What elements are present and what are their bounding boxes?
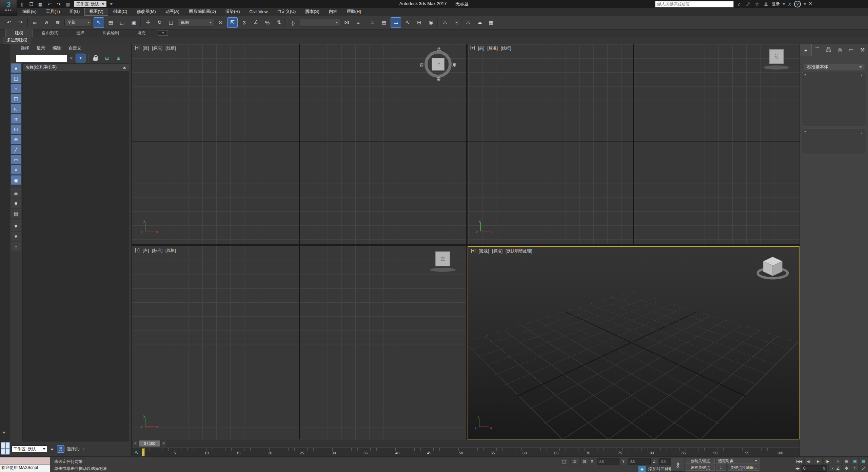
viewport-perspective-active[interactable]: [+][透视][标准][默认明暗处理] y x z	[468, 246, 800, 439]
menu-item[interactable]: 自定义(U)	[272, 8, 300, 16]
key-mode-toggle-button[interactable]: ◀▶	[795, 465, 801, 472]
zoom-button[interactable]: ⌕	[834, 458, 842, 464]
set-key-button[interactable]: 设置关键点	[686, 465, 715, 471]
viewport-label-segment[interactable]: [标准]	[492, 248, 502, 254]
listener-line[interactable]: 欢迎使用 MAXScript	[0, 465, 50, 472]
layer-manager-button[interactable]: ≣	[368, 18, 377, 27]
menu-item[interactable]: 组(G)	[65, 8, 85, 16]
align-button[interactable]: ≡	[353, 18, 363, 27]
menu-item[interactable]: 动画(A)	[160, 8, 184, 16]
signin-label[interactable]: 登录	[772, 1, 780, 7]
search-binoculars-icon[interactable]: ⌕	[736, 1, 743, 7]
menu-item[interactable]: 图形编辑器(D)	[184, 8, 221, 16]
go-start-button[interactable]: |◀◀	[795, 458, 804, 465]
viewport-layout-tabs-button[interactable]	[1, 442, 10, 455]
project-folder-icon[interactable]: ▥	[65, 1, 71, 7]
viewcube[interactable]	[754, 251, 791, 284]
next-frame-arrow[interactable]: >	[161, 440, 166, 447]
render-production-button[interactable]: ♨	[463, 18, 473, 27]
clear-search-icon[interactable]: ✕	[70, 56, 73, 61]
time-slider-handle[interactable]: 0 / 100	[139, 440, 160, 447]
material-view-icon[interactable]: ■	[11, 199, 21, 208]
reference-coordinate-dropdown[interactable]: 视图	[178, 19, 214, 26]
menu-item[interactable]: 工具(T)	[41, 8, 65, 16]
zoom-extents-button[interactable]: ▣	[851, 458, 859, 464]
material-editor-button[interactable]: ◉	[426, 18, 436, 27]
display-toggle-icon[interactable]	[11, 219, 21, 221]
tab-modify[interactable]: ⌒	[812, 44, 823, 56]
viewcube[interactable]: 北 南 西 东 上	[422, 48, 454, 80]
key-steps-button[interactable]: ∷	[716, 465, 726, 471]
display-hidden-icon[interactable]: ◉	[11, 175, 21, 185]
ribbon-toggle-button[interactable]: ▭	[391, 17, 401, 28]
favorites-icon[interactable]: ☆	[754, 1, 760, 7]
window-crossing-button[interactable]: ▣	[129, 18, 139, 27]
next-frame-button[interactable]: |▶	[823, 458, 832, 465]
display-xrefs-icon[interactable]: ⊕	[11, 135, 21, 144]
note-view-icon[interactable]: ▤	[11, 209, 21, 218]
viewport-left[interactable]: [+][左][标准][线框] 左 y x z	[132, 246, 466, 439]
minimize-icon[interactable]: —	[784, 1, 788, 6]
viewport-label-segment[interactable]: [标准]	[152, 45, 162, 51]
hierarchy-mode-button[interactable]: 品	[57, 445, 64, 453]
spinner-snap-button[interactable]: ⇅	[274, 18, 284, 27]
layer-stack-button[interactable]: ≣	[50, 446, 55, 452]
panel-expander-icon[interactable]: ▶	[3, 431, 5, 434]
select-rotate-button[interactable]: ↻	[155, 18, 164, 27]
viewport-label-segment[interactable]: [+]	[470, 45, 475, 51]
display-geometry-icon[interactable]: ●	[11, 63, 21, 73]
unlink-button[interactable]: ⌀	[41, 18, 51, 27]
bind-spacewarp-button[interactable]: ≋	[53, 18, 63, 27]
spinner-icon[interactable]: ⇅	[823, 467, 826, 470]
select-place-button[interactable]: ⇱	[227, 17, 238, 28]
schematic-view-button[interactable]: ⊟	[414, 18, 424, 27]
viewport-label-segment[interactable]: [默认明暗处理]	[506, 248, 532, 254]
polygon-modeling-panel-button[interactable]: 多边形建模	[3, 37, 31, 43]
menu-item[interactable]: 内容	[324, 8, 342, 16]
tab-create[interactable]: +	[800, 44, 812, 56]
undo-button[interactable]: ↶	[4, 18, 14, 27]
menu-item[interactable]: 脚本(S)	[300, 8, 324, 16]
named-selection-dropdown[interactable]	[300, 19, 340, 26]
prev-frame-arrow[interactable]: <	[133, 440, 138, 447]
name-color-rollout[interactable]: ⋮	[802, 129, 866, 154]
rendered-frame-button[interactable]: ⊡	[452, 18, 461, 27]
key-filters-button[interactable]: 关键点过滤器...	[728, 465, 760, 471]
communication-center-icon[interactable]: ☄	[745, 1, 751, 7]
play-button[interactable]: ▶	[814, 458, 823, 465]
ribbon-tab[interactable]: 选择	[67, 29, 94, 37]
overflow-chevrons[interactable]: »	[82, 447, 84, 451]
explorer-menu-item[interactable]: 显示	[34, 45, 48, 52]
explorer-workspace-combo[interactable]: 工作区: 默认	[12, 446, 47, 452]
primitive-category-dropdown[interactable]: 标准基本体	[804, 63, 865, 71]
expand-all-button[interactable]: ⊞	[114, 54, 123, 62]
workspace-selector[interactable]: 工作区: 默认	[74, 1, 107, 7]
close-icon[interactable]: ✕	[809, 1, 812, 6]
name-column-header[interactable]: 名称(按升序排序)	[22, 63, 129, 71]
menu-item[interactable]: 渲染(R)	[221, 8, 244, 16]
key-scope-dropdown[interactable]: 选定对象	[716, 458, 760, 464]
viewport-top[interactable]: [+][顶][标准][线框] 北 南 西 东 上 y x z	[132, 44, 466, 244]
ribbon-tab[interactable]: 对象绘制	[94, 29, 128, 37]
display-bones-icon[interactable]: ╱	[11, 145, 21, 154]
infocenter-search-input[interactable]	[655, 1, 734, 7]
tab-motion[interactable]: ◎	[834, 44, 846, 56]
auto-key-button[interactable]: 自动关键点	[686, 458, 715, 464]
explorer-menu-item[interactable]: 编辑	[50, 45, 64, 52]
mini-curve-editor-button[interactable]: ∿	[133, 449, 140, 456]
zoom-all-button[interactable]: ⊞	[843, 458, 850, 464]
select-link-button[interactable]: ∞	[30, 18, 40, 27]
menu-item[interactable]: 修改器(M)	[132, 8, 160, 16]
viewport-label-segment[interactable]: [线框]	[165, 248, 176, 253]
display-toggle-icon[interactable]	[11, 186, 21, 187]
lock-button[interactable]	[91, 54, 100, 62]
select-scale-button[interactable]: ◱	[166, 18, 176, 27]
display-spacewarps-icon[interactable]: ≋	[11, 114, 21, 124]
display-helpers-icon[interactable]: ◺	[11, 104, 21, 113]
object-type-rollout[interactable]: ⋮	[802, 72, 866, 127]
undo-icon[interactable]: ↶	[46, 1, 53, 7]
rollout-menu-icon[interactable]: ⋮	[860, 73, 863, 78]
redo-icon[interactable]: ↷	[56, 1, 62, 7]
viewport-label-segment[interactable]: [+]	[135, 248, 140, 253]
percent-snap-button[interactable]: %	[262, 18, 272, 27]
